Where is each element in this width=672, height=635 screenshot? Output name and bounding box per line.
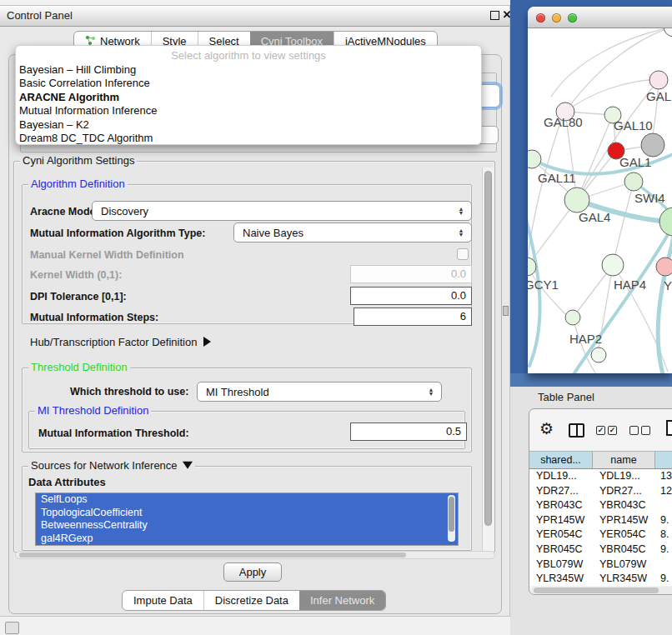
deselect-all-icon[interactable] (629, 426, 639, 435)
network-node[interactable] (624, 172, 643, 191)
table-header-row: shared... name (529, 451, 672, 469)
column-header-shared-name[interactable]: shared... (529, 452, 593, 468)
tab-infer-network[interactable]: Infer Network (299, 591, 385, 610)
network-node[interactable] (656, 258, 672, 276)
network-node[interactable] (641, 133, 664, 157)
network-node-label: GCY1 (528, 278, 559, 292)
mi-steps-label: Mutual Information Steps: (30, 312, 158, 323)
algorithm-dropdown-list: Bayesian – Hill ClimbingBasic Correlatio… (16, 63, 481, 145)
network-canvas[interactable]: GALGAL80GAL10GAL1GAL11SWI4GAL4GCY1HAP4YH… (528, 28, 672, 373)
mi-threshold-group-title: MI Threshold Definition (35, 404, 151, 417)
network-node-label: GAL10 (614, 118, 653, 132)
deselect-all-icon[interactable] (641, 426, 650, 435)
table-horizontal-scrollbar[interactable] (531, 587, 672, 594)
screen: Control Panel ✕ Network Style Select Cyn… (0, 0, 672, 635)
table-row[interactable]: YER054CYER054C8. (529, 528, 672, 542)
mi-threshold-field[interactable]: 0.5 (350, 422, 467, 441)
settings-horizontal-scrollbar[interactable] (15, 551, 495, 559)
tab-impute-data[interactable]: Impute Data (123, 591, 203, 610)
data-attribute-item[interactable]: BetweennessCentrality (36, 519, 458, 532)
data-attributes-label: Data Attributes (28, 476, 106, 488)
network-node[interactable] (591, 348, 606, 362)
select-all-icon[interactable]: ✓ (596, 426, 605, 435)
close-traffic-light[interactable] (536, 13, 545, 22)
table-row[interactable]: YLR345WYLR345W9. (529, 572, 672, 586)
dpi-tolerance-field[interactable]: 0.0 (350, 287, 472, 305)
network-view-window: GALGAL80GAL10GAL1GAL11SWI4GAL4GCY1HAP4YH… (528, 7, 672, 373)
mi-threshold-label: Mutual Information Threshold: (38, 428, 189, 439)
network-node-label: HAP4 (614, 278, 646, 292)
mi-algorithm-type-combobox[interactable]: Naive Bayes ▲▼ (233, 222, 472, 242)
network-canvas-svg: GALGAL80GAL10GAL1GAL11SWI4GAL4GCY1HAP4YH… (528, 28, 672, 373)
expanded-arrow-icon (183, 462, 193, 469)
mi-steps-field[interactable]: 6 (354, 308, 472, 326)
control-panel-title: Control Panel (7, 9, 73, 22)
table-panel-title: Table Panel (538, 391, 594, 403)
column-header-partial[interactable] (655, 452, 672, 468)
float-window-icon[interactable] (488, 8, 501, 22)
splitter-handle[interactable] (503, 306, 509, 316)
algorithm-option[interactable]: Bayesian – Hill Climbing (16, 63, 481, 77)
table-row[interactable]: YDR27...YDR27...12 (529, 484, 672, 499)
which-threshold-combobox[interactable]: MI Threshold ▲▼ (197, 382, 442, 402)
dpi-tolerance-label: DPI Tolerance [0,1]: (30, 291, 127, 302)
network-node[interactable] (649, 71, 668, 89)
attributes-scrollbar[interactable] (448, 495, 455, 542)
data-attribute-item[interactable]: SelfLoops (36, 493, 458, 507)
algorithm-option[interactable]: Mutual Information Inference (16, 104, 481, 118)
export-table-icon[interactable] (666, 420, 672, 436)
network-window-titlebar (528, 7, 672, 28)
aracne-mode-combobox[interactable]: Discovery ▲▼ (92, 201, 472, 221)
network-edge[interactable] (613, 182, 634, 265)
algorithm-option[interactable]: ARACNE Algorithm (16, 91, 481, 104)
network-node-label: GAL1 (619, 155, 651, 169)
sources-group-title[interactable]: Sources for Network Inference (28, 459, 195, 472)
network-node[interactable] (659, 208, 672, 236)
threshold-definition-title: Threshold Definition (28, 361, 130, 373)
minimize-traffic-light[interactable] (552, 13, 561, 22)
table-row[interactable]: YDL19...YDL19...13 (529, 469, 672, 484)
manual-kernel-width-label: Manual Kernel Width Definition (30, 249, 184, 261)
minimized-panel-icon[interactable] (5, 622, 19, 634)
table-row[interactable]: YBR045CYBR045C9. (529, 542, 672, 558)
data-attributes-listbox: SelfLoopsTopologicalCoefficientBetweenne… (35, 492, 459, 546)
column-header-name[interactable]: name (593, 452, 655, 468)
algorithm-option[interactable]: Dream8 DC_TDC Algorithm (16, 132, 481, 145)
stepper-arrows-icon: ▲▼ (425, 388, 437, 397)
kernel-width-field[interactable]: 0.0 (350, 265, 472, 283)
select-all-icon[interactable]: ✓ (608, 426, 617, 435)
aracne-mode-label: Aracne Mode: (30, 206, 99, 218)
control-panel-titlebar: Control Panel ✕ (0, 6, 509, 27)
tab-discretize-data[interactable]: Discretize Data (203, 591, 299, 610)
stepper-arrows-icon: ▲▼ (455, 228, 467, 238)
table-row[interactable]: YPR145WYPR145W9. (529, 513, 672, 528)
zoom-traffic-light[interactable] (568, 13, 577, 22)
columns-icon[interactable] (569, 423, 584, 438)
network-node-label: SWI4 (634, 191, 665, 205)
algorithm-option[interactable]: Basic Correlation Inference (16, 77, 481, 90)
algorithm-option[interactable]: Bayesian – K2 (16, 118, 481, 132)
network-node-label: HAP2 (569, 332, 602, 346)
table-row[interactable]: YBR043CYBR043C (529, 498, 672, 513)
float-square-glyph (490, 11, 499, 20)
network-node[interactable] (565, 310, 580, 325)
network-node-label: Y (664, 278, 672, 292)
network-node-label: GAL (646, 89, 671, 103)
bottom-tabbar: Impute Data Discretize Data Infer Networ… (122, 590, 386, 611)
settings-vertical-scrollbar[interactable] (482, 168, 494, 552)
control-panel-window: Control Panel ✕ Network Style Select Cyn… (0, 5, 510, 617)
gear-icon[interactable]: ⚙ (539, 421, 554, 437)
network-node-label: GAL11 (538, 171, 576, 185)
network-node[interactable] (602, 254, 624, 276)
table-row[interactable]: YBL079WYBL079W (529, 558, 672, 572)
table-panel-region: Table Panel ⚙ ✓ ✓ shared... name YDL19..… (510, 387, 672, 635)
network-node[interactable] (564, 188, 589, 212)
stepper-arrows-icon: ▲▼ (455, 207, 467, 216)
hub-definition-expander[interactable]: Hub/Transcription Factor Definition (30, 336, 211, 348)
manual-kernel-width-checkbox[interactable] (457, 248, 469, 260)
apply-button[interactable]: Apply (223, 562, 282, 582)
data-attribute-item[interactable]: TopologicalCoefficient (36, 507, 458, 520)
data-attribute-item[interactable]: gal4RGexp (36, 532, 458, 546)
network-edge-highlighted[interactable] (574, 232, 669, 373)
network-node[interactable] (664, 28, 672, 37)
